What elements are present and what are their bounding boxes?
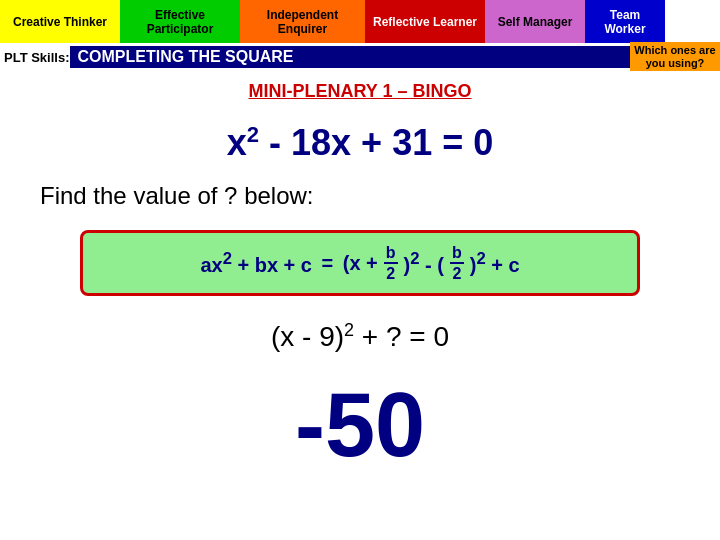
- formula-box: ax2 + bx + c = (x + b 2 )2 - ( b 2 )2 + …: [80, 230, 640, 296]
- big-answer: -50: [20, 374, 700, 477]
- formula-paren-close-sq: )2 - (: [404, 249, 444, 277]
- nav-team-worker[interactable]: Team Worker: [585, 0, 665, 43]
- formula-paren-open: (x +: [343, 252, 378, 275]
- find-value-text: Find the value of ? below:: [20, 182, 700, 210]
- formula-end: )2 + c: [470, 249, 520, 277]
- sup-2b: 2: [410, 249, 419, 268]
- sup-2c: 2: [476, 249, 485, 268]
- nav-team-label: Team Worker: [589, 8, 661, 36]
- nav-reflective-label: Reflective Learner: [373, 15, 477, 29]
- formula-equals: =: [316, 252, 339, 275]
- nav-independent-label: Independent Enquirer: [244, 8, 361, 36]
- sup-2d: 2: [344, 320, 354, 340]
- main-equation: x2 - 18x + 31 = 0: [20, 122, 700, 164]
- fraction-b2-1: b 2: [384, 243, 398, 283]
- plt-prefix: PLT Skills:: [0, 50, 70, 65]
- formula-inner: ax2 + bx + c = (x + b 2 )2 - ( b 2 )2 + …: [99, 243, 621, 283]
- nav-independent-enquirer[interactable]: Independent Enquirer: [240, 0, 365, 43]
- nav-effective-participator[interactable]: Effective Participator: [120, 0, 240, 43]
- answer-equation: (x - 9)2 + ? = 0: [20, 320, 700, 353]
- completing-title: COMPLETING THE SQUARE: [70, 46, 631, 68]
- which-ones-badge: Which ones are you using?: [630, 42, 720, 72]
- mini-plenary-title: MINI-PLENARY 1 – BINGO: [20, 81, 700, 102]
- nav-effective-label: Effective Participator: [124, 8, 236, 36]
- sup-2a: 2: [223, 249, 232, 268]
- formula-left: ax2 + bx + c: [200, 249, 312, 277]
- main-content: MINI-PLENARY 1 – BINGO x2 - 18x + 31 = 0…: [0, 71, 720, 487]
- nav-self-label: Self Manager: [498, 15, 573, 29]
- nav-creative-label: Creative Thinker: [13, 15, 107, 29]
- top-nav-bar: Creative Thinker Effective Participator …: [0, 0, 720, 43]
- nav-self-manager[interactable]: Self Manager: [485, 0, 585, 43]
- fraction-b2-2: b 2: [450, 243, 464, 283]
- superscript-2: 2: [247, 122, 259, 147]
- nav-reflective-learner[interactable]: Reflective Learner: [365, 0, 485, 43]
- nav-creative-thinker[interactable]: Creative Thinker: [0, 0, 120, 43]
- plt-skills-bar: PLT Skills: COMPLETING THE SQUARE Which …: [0, 43, 720, 71]
